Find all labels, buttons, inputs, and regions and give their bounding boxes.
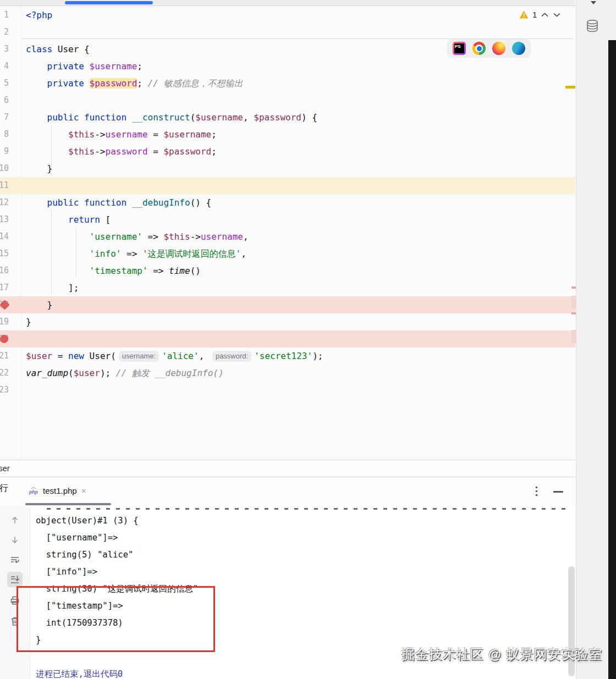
jump-up-button[interactable] [7, 512, 23, 528]
line-number[interactable]: 2 [4, 24, 9, 41]
scrollbar-breakpoint-mark[interactable] [571, 312, 576, 314]
clipped-console-line [47, 508, 569, 510]
inspection-widget[interactable]: 1 [519, 10, 561, 19]
code-line-4[interactable]: 4 private $username; [0, 58, 575, 75]
breadcrumb-item-user[interactable]: User [0, 460, 10, 477]
code-line-21[interactable]: 21$user = new User(username:'alice', pas… [0, 347, 575, 365]
scroll-to-end-button[interactable] [7, 572, 23, 587]
line-number[interactable]: 6 [4, 92, 9, 109]
active-editor-tab-indicator[interactable] [65, 1, 153, 4]
code-line-16[interactable]: 16 'timestamp' => time() [0, 262, 575, 279]
process-exit-message: 进程已结束,退出代码0 [36, 666, 198, 679]
parameter-inlay-hint: password: [212, 351, 251, 362]
code-line-15[interactable]: 15 'info' => '这是调试时返回的信息', [0, 245, 575, 262]
watermark-text: 掘金技术社区 @ 蚁景网安实验室 [393, 645, 610, 663]
code-line-18[interactable]: 18 } [0, 296, 575, 313]
line-number[interactable]: 12 [0, 194, 9, 211]
next-warning-chevron-icon[interactable] [553, 12, 561, 18]
code-line-20[interactable]: 20 [0, 330, 575, 347]
run-panel-header: 运行 php test1.php × [0, 477, 575, 506]
scrollbar-warning-mark[interactable] [565, 86, 575, 89]
tab-test1-php[interactable]: php test1.php × [29, 481, 86, 500]
code-line-10[interactable]: 10 } [0, 160, 575, 177]
line-number[interactable]: 19 [0, 313, 9, 330]
parameter-inlay-hint: username: [119, 351, 159, 362]
tab-label: test1.php [43, 486, 77, 495]
code-text: $this->password = $password; [26, 143, 217, 160]
line-number[interactable]: 8 [4, 126, 9, 143]
annotation-highlight-rect [16, 586, 215, 652]
code-line-19[interactable]: 19} [0, 313, 575, 330]
code-line-9[interactable]: 9 $this->password = $password; [0, 143, 575, 160]
editor-lines: 1<?php23class User {4 private $username;… [0, 7, 575, 399]
code-text: public function __debugInfo() { [26, 194, 211, 211]
edge-icon[interactable] [512, 42, 525, 55]
line-number[interactable]: 9 [4, 143, 9, 160]
code-line-14[interactable]: 14 'username' => $this->username, [0, 228, 575, 245]
console-line: ["username"]=> [36, 529, 198, 546]
code-editor[interactable]: 1<?php23class User {4 private $username;… [0, 6, 575, 460]
collapse-chevron-icon[interactable] [589, 0, 598, 5]
line-number[interactable]: 10 [0, 160, 9, 177]
line-number[interactable]: 3 [4, 41, 9, 58]
editor-tab-strip [0, 0, 575, 6]
line-number[interactable]: 7 [4, 109, 9, 126]
active-run-tab-indicator [25, 503, 111, 505]
line-number[interactable]: 16 [0, 262, 9, 279]
line-number[interactable]: 22 [0, 365, 9, 382]
code-line-6[interactable]: 6 [0, 92, 575, 109]
code-line-17[interactable]: 17 ]; [0, 279, 575, 296]
breakpoint-circle-icon[interactable] [0, 335, 8, 343]
more-options-icon[interactable] [535, 486, 538, 496]
code-line-7[interactable]: 7 public function __construct($username,… [0, 109, 575, 126]
code-line-22[interactable]: 22var_dump($user); // 触发 __debugInfo() [0, 365, 575, 382]
code-text: 'timestamp' => time() [26, 262, 201, 279]
line-number[interactable]: 11 [0, 177, 9, 194]
code-line-1[interactable]: 1<?php [0, 7, 575, 24]
line-number[interactable]: 14 [0, 228, 9, 245]
line-number[interactable]: 1 [4, 7, 9, 24]
line-number[interactable]: 21 [0, 347, 9, 365]
code-line-5[interactable]: 5 private $password; // 敏感信息，不想输出 [0, 75, 575, 92]
line-number[interactable]: 5 [4, 75, 9, 92]
jump-down-button[interactable] [7, 532, 23, 548]
code-line-8[interactable]: 8 $this->username = $username; [0, 126, 575, 143]
line-number[interactable]: 15 [0, 245, 9, 262]
phpstorm-icon-label: PS [454, 43, 464, 53]
phpstorm-icon[interactable]: PS [453, 42, 466, 55]
console-line: ["info"]=> [36, 564, 198, 581]
browser-toolbar: PS [447, 39, 531, 58]
code-line-12[interactable]: 12 public function __debugInfo() { [0, 194, 575, 211]
line-number[interactable]: 4 [4, 58, 9, 75]
code-text: <?php [26, 7, 52, 24]
line-number[interactable]: 13 [0, 211, 9, 228]
breadcrumb-bar: User [0, 460, 575, 477]
scrollbar-breakpoint-mark[interactable] [571, 286, 576, 289]
code-line-23[interactable]: 23 [0, 382, 575, 399]
line-number[interactable]: 17 [0, 279, 9, 296]
line-number[interactable]: 23 [0, 382, 9, 399]
code-line-13[interactable]: 13 return [ [0, 211, 575, 228]
prev-warning-chevron-icon[interactable] [541, 12, 549, 18]
warning-count: 1 [532, 10, 537, 19]
phpstorm-window: 1<?php23class User {4 private $username;… [0, 0, 616, 679]
console-line: object(User)#1 (3) { [36, 512, 198, 529]
code-text: $this->username = $username; [26, 126, 217, 143]
database-tool-button[interactable] [583, 17, 602, 35]
scrollbar-breakpoint-mark[interactable] [571, 330, 576, 343]
hide-panel-icon[interactable] [553, 491, 563, 493]
code-text: 'info' => '这是调试时返回的信息', [26, 245, 246, 262]
code-text: class User { [26, 41, 90, 58]
database-icon [585, 18, 600, 34]
code-text: } [26, 160, 52, 177]
code-text: private $password; // 敏感信息，不想输出 [26, 75, 243, 92]
code-line-11[interactable]: 11 [0, 177, 575, 194]
close-tab-icon[interactable]: × [81, 486, 86, 495]
code-text: $user = new User(username:'alice', passw… [26, 347, 323, 365]
firefox-icon[interactable] [492, 42, 505, 55]
code-line-2[interactable]: 2 [0, 24, 575, 41]
soft-wrap-button[interactable] [7, 552, 23, 567]
scrollbar-breakpoint-mark[interactable] [571, 296, 576, 309]
chrome-icon[interactable] [472, 42, 486, 55]
console-line: string(5) "alice" [36, 546, 198, 564]
